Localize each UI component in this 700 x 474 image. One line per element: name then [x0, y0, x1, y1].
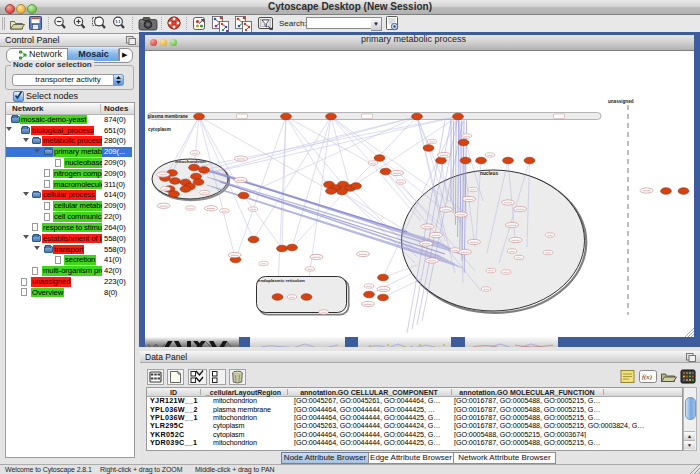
- svg-text:plasma membrane: plasma membrane: [148, 114, 189, 119]
- svg-text:1:1: 1:1: [115, 20, 120, 24]
- svg-text:cytoplasm: cytoplasm: [148, 127, 171, 132]
- svg-text:endoplasmic reticulum: endoplasmic reticulum: [258, 278, 305, 283]
- svg-text:nucleus: nucleus: [480, 171, 498, 176]
- svg-text:mitochondrion: mitochondrion: [175, 159, 206, 164]
- svg-text:f(x): f(x): [642, 373, 652, 381]
- svg-text:unassigned: unassigned: [608, 99, 634, 104]
